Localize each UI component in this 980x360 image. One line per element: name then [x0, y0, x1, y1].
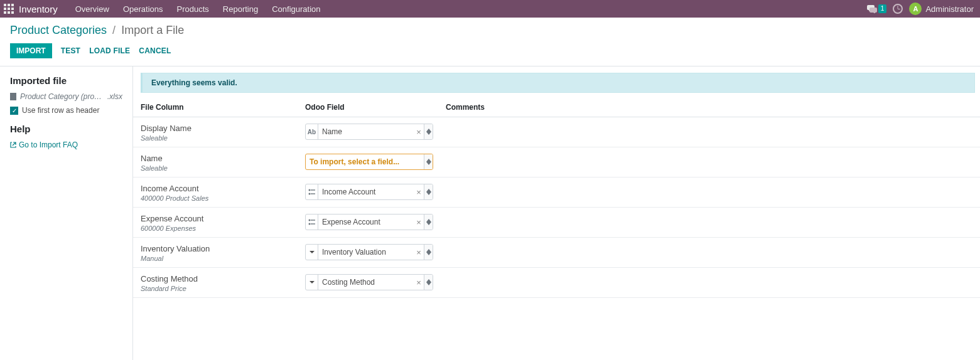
imported-file-row[interactable]: Product Category (product.c… .xlsx [10, 92, 122, 101]
dropdown-spinner-icon[interactable] [424, 275, 433, 290]
app-name-link[interactable]: Inventory [19, 4, 58, 14]
field-select-value: Costing Method [318, 278, 414, 287]
nav-products[interactable]: Products [170, 4, 215, 14]
mapping-row: Display NameSaleableAbName× [133, 117, 980, 147]
cancel-button[interactable]: CANCEL [139, 46, 171, 55]
header-comments: Comments [433, 103, 980, 112]
help-heading: Help [10, 124, 122, 134]
column-name-label: Display Name [141, 124, 305, 133]
odoo-field-cell: Inventory Valuation× [305, 244, 433, 260]
file-icon [10, 93, 16, 100]
faq-link-label: Go to Import FAQ [19, 140, 78, 149]
field-type-text-icon: Ab [306, 124, 318, 139]
top-navbar: Inventory Overview Operations Products R… [0, 0, 980, 18]
field-select-value: Inventory Valuation [318, 248, 414, 257]
dropdown-spinner-icon[interactable] [424, 214, 433, 230]
external-link-icon [10, 142, 16, 148]
clear-field-icon[interactable]: × [414, 278, 424, 287]
field-select-value: To import, select a field... [306, 157, 424, 166]
header-odoo-field: Odoo Field [305, 103, 433, 112]
first-row-label: Use first row as header [22, 106, 99, 115]
nav-configuration[interactable]: Configuration [266, 4, 326, 14]
field-type-select-icon [306, 245, 318, 260]
dropdown-spinner-icon[interactable] [424, 184, 433, 199]
load-file-button[interactable]: LOAD FILE [89, 46, 130, 55]
field-select[interactable]: Expense Account× [305, 214, 433, 230]
header-file-column: File Column [133, 103, 305, 112]
first-row-checkbox[interactable]: ✓ [10, 107, 18, 115]
nav-operations[interactable]: Operations [117, 4, 170, 14]
field-select-value: Income Account [318, 188, 414, 196]
sidebar: Imported file Product Category (product.… [0, 66, 133, 360]
messaging-icon[interactable]: 1 [867, 4, 887, 13]
mapping-table-header: File Column Odoo Field Comments [133, 97, 980, 117]
file-column-cell: NameSaleable [133, 154, 305, 172]
field-select[interactable]: To import, select a field... [305, 154, 433, 170]
mapping-row: Inventory ValuationManualInventory Valua… [133, 238, 980, 268]
sample-value-label: Saleable [141, 164, 305, 172]
field-select-value: Name [318, 127, 414, 136]
sample-value-label: Standard Price [141, 285, 305, 292]
import-button[interactable]: IMPORT [10, 43, 52, 58]
username-label: Administrator [925, 4, 974, 14]
svg-rect-5 [311, 220, 315, 220]
field-select[interactable]: AbName× [305, 124, 433, 140]
column-name-label: Income Account [141, 184, 305, 193]
svg-point-6 [308, 223, 310, 225]
svg-point-2 [308, 193, 310, 195]
nav-reporting[interactable]: Reporting [217, 4, 264, 14]
avatar: A [909, 3, 922, 15]
dropdown-spinner-icon[interactable] [424, 154, 433, 169]
clear-field-icon[interactable]: × [414, 248, 424, 257]
topbar-right: 1 A Administrator [867, 3, 976, 15]
nav-overview[interactable]: Overview [69, 4, 116, 14]
sample-value-label: Saleable [141, 134, 305, 142]
column-name-label: Expense Account [141, 214, 305, 223]
odoo-field-cell: To import, select a field... [305, 154, 433, 170]
odoo-field-cell: Income Account× [305, 184, 433, 200]
content-wrap: Imported file Product Category (product.… [0, 66, 980, 360]
chat-bubbles-icon [867, 4, 877, 13]
mapping-row: Income Account400000 Product SalesIncome… [133, 177, 980, 208]
field-select[interactable]: Costing Method× [305, 274, 433, 290]
breadcrumb-sep: / [112, 24, 116, 36]
test-button[interactable]: TEST [61, 46, 80, 55]
breadcrumb-parent-link[interactable]: Product Categories [10, 24, 107, 36]
activity-clock-icon[interactable] [893, 4, 903, 14]
breadcrumb: Product Categories / Import a File [10, 24, 970, 37]
field-select-value: Expense Account [318, 218, 414, 226]
mapping-row: Costing MethodStandard PriceCosting Meth… [133, 268, 980, 298]
field-select[interactable]: Inventory Valuation× [305, 244, 433, 260]
field-select[interactable]: Income Account× [305, 184, 433, 200]
first-row-header-option: ✓ Use first row as header [10, 106, 122, 115]
file-column-cell: Income Account400000 Product Sales [133, 184, 305, 202]
breadcrumb-current: Import a File [121, 24, 184, 36]
clear-field-icon[interactable]: × [414, 188, 424, 197]
file-ext-label: .xlsx [107, 92, 122, 101]
file-column-cell: Display NameSaleable [133, 124, 305, 142]
column-name-label: Costing Method [141, 274, 305, 283]
dropdown-spinner-icon[interactable] [424, 245, 433, 260]
action-bar: IMPORT TEST LOAD FILE CANCEL [0, 40, 980, 66]
imported-file-heading: Imported file [10, 75, 122, 86]
mapping-rows: Display NameSaleableAbName×NameSaleableT… [133, 117, 980, 298]
sample-value-label: 400000 Product Sales [141, 194, 305, 202]
main-panel: Everything seems valid. File Column Odoo… [133, 66, 980, 360]
apps-grid-icon[interactable] [4, 4, 14, 14]
dropdown-spinner-icon[interactable] [424, 124, 433, 139]
mapping-row: Expense Account600000 ExpensesExpense Ac… [133, 208, 980, 238]
field-type-relation-icon [306, 214, 318, 230]
file-name-label: Product Category (product.c… [20, 92, 104, 101]
clear-field-icon[interactable]: × [414, 218, 424, 227]
file-column-cell: Costing MethodStandard Price [133, 274, 305, 292]
odoo-field-cell: Costing Method× [305, 274, 433, 290]
file-column-cell: Inventory ValuationManual [133, 244, 305, 262]
clear-field-icon[interactable]: × [414, 127, 424, 137]
message-count-badge: 1 [878, 4, 887, 13]
import-faq-link[interactable]: Go to Import FAQ [10, 140, 122, 149]
breadcrumb-bar: Product Categories / Import a File [0, 18, 980, 40]
user-menu[interactable]: A Administrator [909, 3, 974, 15]
column-name-label: Inventory Valuation [141, 244, 305, 253]
file-column-cell: Expense Account600000 Expenses [133, 214, 305, 232]
topbar-left: Inventory Overview Operations Products R… [4, 4, 327, 14]
